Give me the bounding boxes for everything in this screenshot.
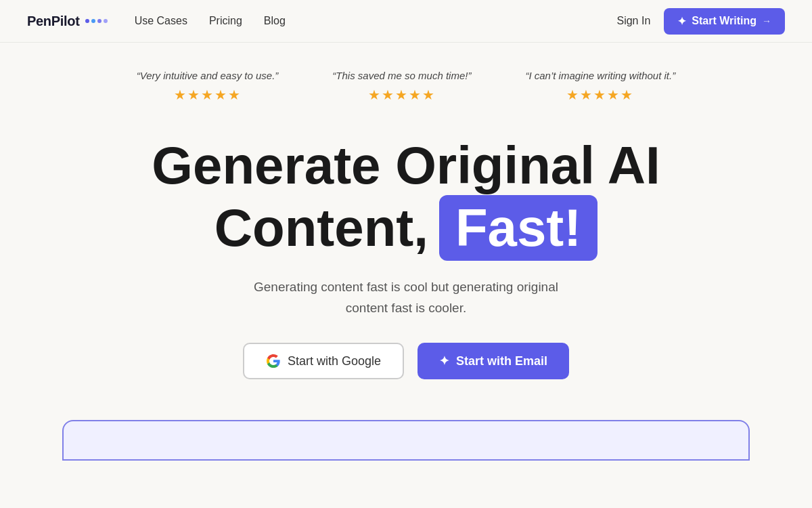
nav-links: Use Cases Pricing Blog xyxy=(135,15,286,27)
testimonial-1-stars: ★★★★★ xyxy=(137,87,279,103)
hero-title-prefix: Content, xyxy=(215,199,428,257)
testimonial-3: “I can’t imagine writing without it.” ★★… xyxy=(525,70,675,103)
hero-title-line2: Content, Fast! xyxy=(54,195,758,261)
logo-dots xyxy=(85,19,108,23)
testimonial-1: “Very intuitive and easy to use.” ★★★★★ xyxy=(137,70,279,103)
nav-item-blog[interactable]: Blog xyxy=(264,15,286,27)
navbar: PenPilot Use Cases Pricing Blog Sign In … xyxy=(0,0,812,43)
testimonial-3-stars: ★★★★★ xyxy=(525,87,675,103)
start-with-email-button[interactable]: ✦ Start with Email xyxy=(418,343,569,379)
spark-icon: ✦ xyxy=(677,15,686,28)
logo-dot-1 xyxy=(85,19,89,23)
fast-badge: Fast! xyxy=(439,195,597,261)
hero-section: Generate Original AI Content, Fast! Gene… xyxy=(0,117,812,420)
nav-item-use-cases[interactable]: Use Cases xyxy=(135,15,187,27)
logo-dot-4 xyxy=(104,19,108,23)
testimonial-2-stars: ★★★★★ xyxy=(332,87,471,103)
testimonial-2: “This saved me so much time!” ★★★★★ xyxy=(332,70,471,103)
hero-subtitle: Generating content fast is cool but gene… xyxy=(54,277,758,318)
nav-item-pricing[interactable]: Pricing xyxy=(209,15,242,27)
logo-text: PenPilot xyxy=(27,14,80,29)
logo-dot-2 xyxy=(91,19,95,23)
google-icon xyxy=(266,354,281,368)
start-writing-button[interactable]: ✦ Start Writing → xyxy=(664,8,785,35)
email-btn-label: Start with Email xyxy=(456,354,547,368)
logo-dot-3 xyxy=(97,19,102,23)
hero-title: Generate Original AI Content, Fast! xyxy=(54,137,758,261)
testimonial-2-text: “This saved me so much time!” xyxy=(332,70,471,81)
logo: PenPilot xyxy=(27,14,108,29)
testimonial-1-text: “Very intuitive and easy to use.” xyxy=(137,70,279,81)
testimonial-3-text: “I can’t imagine writing without it.” xyxy=(525,70,675,81)
start-with-google-button[interactable]: Start with Google xyxy=(243,343,404,379)
preview-container xyxy=(62,420,750,461)
google-btn-label: Start with Google xyxy=(288,354,381,368)
nav-left: PenPilot Use Cases Pricing Blog xyxy=(27,14,286,29)
arrow-icon: → xyxy=(762,16,771,26)
hero-title-line1: Generate Original AI xyxy=(54,137,758,195)
nav-right: Sign In ✦ Start Writing → xyxy=(616,8,785,35)
email-spark-icon: ✦ xyxy=(439,354,449,368)
bottom-preview xyxy=(0,420,812,461)
testimonials-section: “Very intuitive and easy to use.” ★★★★★ … xyxy=(0,43,812,117)
sign-in-button[interactable]: Sign In xyxy=(616,15,650,27)
cta-buttons: Start with Google ✦ Start with Email xyxy=(54,343,758,379)
